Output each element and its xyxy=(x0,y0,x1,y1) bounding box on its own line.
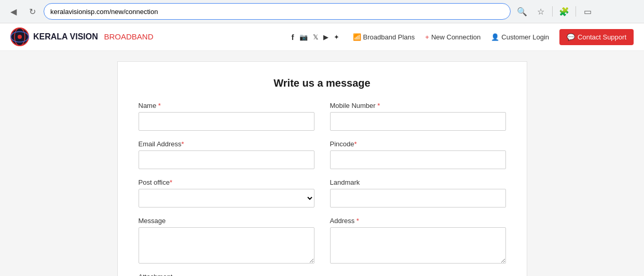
contact-support-button[interactable]: 💬 Contact Support xyxy=(559,29,634,45)
instagram-icon[interactable]: 📷 xyxy=(299,33,308,41)
broadband-plans-label: Broadband Plans xyxy=(363,33,415,41)
separator2 xyxy=(576,6,576,17)
form-row-3: Post office* Landmark xyxy=(139,178,506,208)
mobile-required: * xyxy=(376,102,380,109)
logo-kerala: KERALA xyxy=(33,32,68,41)
new-connection-link[interactable]: + New Connection xyxy=(425,33,481,41)
chat-icon: 💬 xyxy=(567,33,575,41)
separator xyxy=(552,6,553,17)
twitter-icon[interactable]: 𝕏 xyxy=(313,33,318,41)
landmark-group: Landmark xyxy=(330,178,506,208)
extensions-icon[interactable]: 🧩 xyxy=(557,4,571,19)
form-container: Write us a message Name * Mobile Number … xyxy=(117,61,527,276)
new-connection-label: New Connection xyxy=(431,33,481,41)
email-required: * xyxy=(182,140,184,148)
logo-text: KERALA VISION BROADBAND xyxy=(33,32,154,42)
social-icons: f 📷 𝕏 ▶ ✦ xyxy=(292,33,339,42)
message-textarea[interactable] xyxy=(139,227,314,264)
name-group: Name * xyxy=(139,102,314,131)
customer-login-link[interactable]: 👤 Customer Login xyxy=(491,33,549,41)
attachment-label: Attachment xyxy=(139,273,506,276)
search-icon[interactable]: 🔍 xyxy=(515,4,529,19)
address-required: * xyxy=(354,217,359,225)
reload-button[interactable]: ↻ xyxy=(25,4,39,19)
browser-chrome: ◀ ↻ 🔍 ☆ 🧩 ▭ xyxy=(0,0,644,23)
postoffice-label: Post office* xyxy=(139,178,314,186)
message-group: Message xyxy=(139,217,314,264)
navbar: KERALA VISION BROADBAND f 📷 𝕏 ▶ ✦ 📶 Broa… xyxy=(0,23,644,51)
broadband-plans-link[interactable]: 📶 Broadband Plans xyxy=(353,33,415,41)
address-textarea[interactable] xyxy=(330,227,506,264)
plus-icon: + xyxy=(425,33,429,41)
postoffice-group: Post office* xyxy=(139,178,314,208)
sidebar-icon[interactable]: ▭ xyxy=(580,4,595,19)
logo-vision: VISION xyxy=(70,32,98,41)
customer-login-label: Customer Login xyxy=(501,33,549,41)
logo-area: KERALA VISION BROADBAND xyxy=(10,27,154,46)
form-row-1: Name * Mobile Number * xyxy=(139,102,506,131)
mobile-label: Mobile Number * xyxy=(330,102,506,109)
landmark-input[interactable] xyxy=(330,189,506,208)
bookmark-icon[interactable]: ☆ xyxy=(533,4,548,19)
name-label: Name * xyxy=(139,102,314,109)
person-icon: 👤 xyxy=(491,33,499,41)
facebook-icon[interactable]: f xyxy=(292,33,294,42)
postoffice-required: * xyxy=(170,178,172,186)
form-row-4: Message Address * xyxy=(139,217,506,264)
address-group: Address * xyxy=(330,217,506,264)
form-row-2: Email Address* Pincode* xyxy=(139,140,506,169)
nav-links: 📶 Broadband Plans + New Connection 👤 Cus… xyxy=(353,29,634,45)
name-input[interactable] xyxy=(139,112,314,131)
pincode-group: Pincode* xyxy=(330,140,506,169)
message-label: Message xyxy=(139,217,314,225)
attachment-section: Attachment Choose File No file chosen xyxy=(139,273,506,276)
address-bar[interactable] xyxy=(44,3,511,20)
postoffice-select[interactable] xyxy=(139,189,314,208)
email-label: Email Address* xyxy=(139,140,314,148)
pincode-input[interactable] xyxy=(330,150,506,169)
pincode-required: * xyxy=(354,140,357,148)
address-label: Address * xyxy=(330,217,506,225)
contact-support-label: Contact Support xyxy=(578,33,626,41)
svg-point-3 xyxy=(18,35,22,39)
name-required: * xyxy=(156,102,161,109)
extra-icon[interactable]: ✦ xyxy=(334,33,339,41)
youtube-icon[interactable]: ▶ xyxy=(323,33,328,41)
mobile-group: Mobile Number * xyxy=(330,102,506,131)
email-input[interactable] xyxy=(139,150,314,169)
page-content: Write us a message Name * Mobile Number … xyxy=(0,51,644,276)
back-button[interactable]: ◀ xyxy=(6,4,21,19)
logo-icon xyxy=(10,27,29,46)
mobile-input[interactable] xyxy=(330,112,506,131)
email-group: Email Address* xyxy=(139,140,314,169)
logo-broadband: BROADBAND xyxy=(104,32,153,41)
pincode-label: Pincode* xyxy=(330,140,506,148)
landmark-label: Landmark xyxy=(330,178,506,186)
form-title: Write us a message xyxy=(139,77,506,89)
signal-icon: 📶 xyxy=(353,33,361,41)
